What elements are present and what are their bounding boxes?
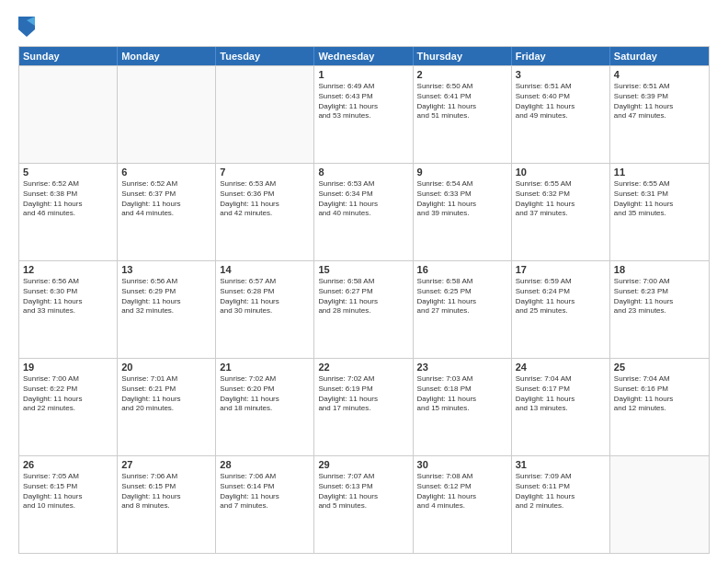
calendar-cell: 21Sunrise: 7:02 AM Sunset: 6:20 PM Dayli…	[216, 359, 314, 455]
day-info: Sunrise: 6:56 AM Sunset: 6:30 PM Dayligh…	[23, 277, 113, 316]
calendar-body: 1Sunrise: 6:49 AM Sunset: 6:43 PM Daylig…	[19, 65, 709, 553]
calendar-cell: 23Sunrise: 7:03 AM Sunset: 6:18 PM Dayli…	[414, 359, 512, 455]
day-info: Sunrise: 6:50 AM Sunset: 6:41 PM Dayligh…	[417, 82, 507, 121]
day-number: 27	[121, 459, 211, 470]
weekday-header-sunday: Sunday	[19, 47, 118, 65]
day-number: 6	[121, 167, 211, 178]
calendar-cell: 14Sunrise: 6:57 AM Sunset: 6:28 PM Dayli…	[216, 261, 314, 358]
day-info: Sunrise: 6:53 AM Sunset: 6:34 PM Dayligh…	[318, 179, 408, 219]
calendar-cell: 6Sunrise: 6:52 AM Sunset: 6:37 PM Daylig…	[118, 164, 216, 260]
calendar-week-2: 12Sunrise: 6:56 AM Sunset: 6:30 PM Dayli…	[19, 260, 709, 358]
day-number: 23	[417, 362, 507, 373]
day-number: 1	[318, 69, 408, 80]
calendar-cell: 13Sunrise: 6:56 AM Sunset: 6:29 PM Dayli…	[118, 261, 216, 358]
weekday-header-wednesday: Wednesday	[314, 47, 413, 65]
day-info: Sunrise: 7:02 AM Sunset: 6:19 PM Dayligh…	[318, 374, 408, 414]
day-number: 30	[417, 459, 507, 470]
day-number: 11	[614, 167, 705, 178]
day-number: 13	[121, 264, 211, 275]
day-info: Sunrise: 6:59 AM Sunset: 6:24 PM Dayligh…	[516, 277, 606, 316]
day-number: 26	[23, 459, 113, 470]
day-number: 19	[23, 362, 113, 373]
day-info: Sunrise: 6:54 AM Sunset: 6:33 PM Dayligh…	[417, 179, 507, 219]
day-number: 20	[121, 362, 211, 373]
calendar-cell: 31Sunrise: 7:09 AM Sunset: 6:11 PM Dayli…	[512, 456, 610, 553]
day-number: 31	[516, 459, 606, 470]
day-info: Sunrise: 7:02 AM Sunset: 6:20 PM Dayligh…	[220, 374, 310, 414]
day-number: 2	[417, 69, 507, 80]
calendar-cell: 10Sunrise: 6:55 AM Sunset: 6:32 PM Dayli…	[512, 164, 610, 260]
calendar-cell: 29Sunrise: 7:07 AM Sunset: 6:13 PM Dayli…	[314, 456, 413, 553]
day-info: Sunrise: 6:51 AM Sunset: 6:39 PM Dayligh…	[614, 82, 705, 121]
calendar-cell: 28Sunrise: 7:06 AM Sunset: 6:14 PM Dayli…	[216, 456, 314, 553]
day-number: 18	[614, 264, 705, 275]
logo-icon	[18, 17, 35, 37]
day-info: Sunrise: 7:01 AM Sunset: 6:21 PM Dayligh…	[121, 374, 211, 414]
day-number: 7	[220, 167, 310, 178]
calendar-header: SundayMondayTuesdayWednesdayThursdayFrid…	[19, 47, 709, 65]
calendar-week-0: 1Sunrise: 6:49 AM Sunset: 6:43 PM Daylig…	[19, 65, 709, 163]
day-info: Sunrise: 7:00 AM Sunset: 6:22 PM Dayligh…	[23, 374, 113, 414]
day-info: Sunrise: 7:05 AM Sunset: 6:15 PM Dayligh…	[23, 472, 113, 511]
day-info: Sunrise: 7:08 AM Sunset: 6:12 PM Dayligh…	[417, 472, 507, 511]
calendar-cell: 12Sunrise: 6:56 AM Sunset: 6:30 PM Dayli…	[19, 261, 118, 358]
day-number: 9	[417, 167, 507, 178]
calendar-cell: 11Sunrise: 6:55 AM Sunset: 6:31 PM Dayli…	[610, 164, 709, 260]
day-info: Sunrise: 7:04 AM Sunset: 6:17 PM Dayligh…	[516, 374, 606, 414]
page: SundayMondayTuesdayWednesdayThursdayFrid…	[0, 0, 728, 563]
day-info: Sunrise: 6:52 AM Sunset: 6:37 PM Dayligh…	[121, 179, 211, 219]
weekday-header-monday: Monday	[118, 47, 216, 65]
calendar-cell: 26Sunrise: 7:05 AM Sunset: 6:15 PM Dayli…	[19, 456, 118, 553]
calendar-cell: 22Sunrise: 7:02 AM Sunset: 6:19 PM Dayli…	[314, 359, 413, 455]
weekday-header-thursday: Thursday	[414, 47, 512, 65]
day-number: 5	[23, 167, 113, 178]
day-number: 15	[318, 264, 408, 275]
calendar-cell: 7Sunrise: 6:53 AM Sunset: 6:36 PM Daylig…	[216, 164, 314, 260]
weekday-header-friday: Friday	[512, 47, 610, 65]
day-number: 22	[318, 362, 408, 373]
calendar-cell: 25Sunrise: 7:04 AM Sunset: 6:16 PM Dayli…	[610, 359, 709, 455]
calendar-cell: 16Sunrise: 6:58 AM Sunset: 6:25 PM Dayli…	[414, 261, 512, 358]
calendar: SundayMondayTuesdayWednesdayThursdayFrid…	[18, 46, 710, 554]
weekday-header-saturday: Saturday	[610, 47, 709, 65]
header	[18, 17, 710, 37]
calendar-cell: 9Sunrise: 6:54 AM Sunset: 6:33 PM Daylig…	[414, 164, 512, 260]
weekday-header-tuesday: Tuesday	[216, 47, 314, 65]
day-number: 25	[614, 362, 705, 373]
day-info: Sunrise: 6:57 AM Sunset: 6:28 PM Dayligh…	[220, 277, 310, 316]
calendar-cell	[19, 66, 118, 163]
day-number: 14	[220, 264, 310, 275]
day-number: 24	[516, 362, 606, 373]
day-info: Sunrise: 7:06 AM Sunset: 6:15 PM Dayligh…	[121, 472, 211, 511]
calendar-cell	[610, 456, 709, 553]
day-number: 10	[516, 167, 606, 178]
calendar-cell	[216, 66, 314, 163]
calendar-cell: 8Sunrise: 6:53 AM Sunset: 6:34 PM Daylig…	[314, 164, 413, 260]
day-info: Sunrise: 6:51 AM Sunset: 6:40 PM Dayligh…	[516, 82, 606, 121]
day-info: Sunrise: 7:04 AM Sunset: 6:16 PM Dayligh…	[614, 374, 705, 414]
calendar-week-3: 19Sunrise: 7:00 AM Sunset: 6:22 PM Dayli…	[19, 358, 709, 455]
day-number: 12	[23, 264, 113, 275]
day-number: 28	[220, 459, 310, 470]
day-info: Sunrise: 6:49 AM Sunset: 6:43 PM Dayligh…	[318, 82, 408, 121]
day-info: Sunrise: 6:55 AM Sunset: 6:32 PM Dayligh…	[516, 179, 606, 219]
day-info: Sunrise: 6:58 AM Sunset: 6:27 PM Dayligh…	[318, 277, 408, 316]
day-number: 17	[516, 264, 606, 275]
day-number: 16	[417, 264, 507, 275]
day-number: 21	[220, 362, 310, 373]
calendar-cell: 17Sunrise: 6:59 AM Sunset: 6:24 PM Dayli…	[512, 261, 610, 358]
calendar-cell: 30Sunrise: 7:08 AM Sunset: 6:12 PM Dayli…	[414, 456, 512, 553]
day-info: Sunrise: 6:53 AM Sunset: 6:36 PM Dayligh…	[220, 179, 310, 219]
day-info: Sunrise: 7:09 AM Sunset: 6:11 PM Dayligh…	[516, 472, 606, 511]
calendar-cell: 5Sunrise: 6:52 AM Sunset: 6:38 PM Daylig…	[19, 164, 118, 260]
calendar-cell: 27Sunrise: 7:06 AM Sunset: 6:15 PM Dayli…	[118, 456, 216, 553]
calendar-cell: 20Sunrise: 7:01 AM Sunset: 6:21 PM Dayli…	[118, 359, 216, 455]
calendar-cell: 19Sunrise: 7:00 AM Sunset: 6:22 PM Dayli…	[19, 359, 118, 455]
calendar-cell: 1Sunrise: 6:49 AM Sunset: 6:43 PM Daylig…	[314, 66, 413, 163]
day-info: Sunrise: 7:07 AM Sunset: 6:13 PM Dayligh…	[318, 472, 408, 511]
day-info: Sunrise: 6:52 AM Sunset: 6:38 PM Dayligh…	[23, 179, 113, 219]
day-info: Sunrise: 7:03 AM Sunset: 6:18 PM Dayligh…	[417, 374, 507, 414]
calendar-cell: 15Sunrise: 6:58 AM Sunset: 6:27 PM Dayli…	[314, 261, 413, 358]
calendar-cell: 2Sunrise: 6:50 AM Sunset: 6:41 PM Daylig…	[414, 66, 512, 163]
day-info: Sunrise: 6:58 AM Sunset: 6:25 PM Dayligh…	[417, 277, 507, 316]
